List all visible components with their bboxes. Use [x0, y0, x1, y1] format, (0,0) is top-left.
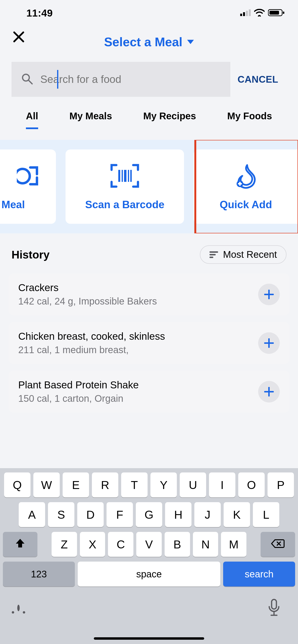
key-space[interactable]: space [78, 562, 220, 586]
backspace-icon [271, 538, 284, 551]
key-l[interactable]: L [253, 502, 279, 527]
food-name: Plant Based Protein Shake [18, 379, 139, 391]
quick-add-card[interactable]: Quick Add [194, 150, 298, 224]
food-sub: 150 cal, 1 carton, Orgain [18, 393, 139, 404]
sort-icon [209, 251, 218, 258]
keyboard-bottom-row [3, 591, 295, 618]
close-button[interactable] [12, 30, 26, 44]
key-c[interactable]: C [108, 532, 133, 557]
svg-rect-2 [246, 11, 248, 16]
key-e[interactable]: E [63, 472, 89, 498]
food-sub: 211 cal, 1 medium breast, [18, 344, 165, 355]
key-w[interactable]: W [33, 472, 60, 498]
key-z[interactable]: Z [52, 532, 77, 557]
key-row-2: A S D F G H J K L [3, 502, 295, 527]
tab-all[interactable]: All [26, 111, 38, 122]
scan-barcode-card[interactable]: Scan a Barcode [66, 150, 184, 224]
svg-point-11 [17, 169, 30, 183]
key-backspace[interactable] [261, 532, 295, 557]
flame-plus-icon [233, 163, 259, 189]
cancel-button[interactable]: CANCEL [238, 74, 278, 85]
tab-my-foods[interactable]: My Foods [227, 111, 272, 122]
svg-rect-16 [130, 170, 132, 182]
key-g[interactable]: G [136, 502, 162, 527]
key-row-4: 123 space search [3, 562, 295, 586]
sort-label: Most Recent [223, 249, 277, 260]
add-food-button[interactable] [258, 284, 280, 305]
plus-icon [264, 338, 274, 348]
key-search[interactable]: search [223, 562, 295, 586]
add-food-button[interactable] [258, 332, 280, 354]
tab-my-recipes[interactable]: My Recipes [143, 111, 196, 122]
key-row-1: Q W E R T Y U I O P [3, 472, 295, 498]
search-icon [21, 73, 33, 86]
key-y[interactable]: Y [151, 472, 177, 498]
action-cards[interactable]: Meal Scan a Barcode Quick Add [0, 140, 298, 233]
svg-rect-0 [240, 14, 242, 16]
key-d[interactable]: D [77, 502, 104, 527]
list-item[interactable]: Chicken breast, cooked, skinless 211 cal… [9, 322, 289, 364]
page-title-text: Select a Meal [104, 35, 183, 49]
key-u[interactable]: U [180, 472, 206, 498]
key-s[interactable]: S [48, 502, 74, 527]
list-item[interactable]: Plant Based Protein Shake 150 cal, 1 car… [9, 371, 289, 412]
svg-rect-19 [238, 183, 242, 184]
history-list[interactable]: Crackers 142 cal, 24 g, Impossible Baker… [0, 273, 298, 412]
key-shift[interactable] [3, 532, 37, 557]
status-icons [240, 9, 285, 18]
meal-selector-dropdown[interactable]: Select a Meal [104, 35, 194, 49]
svg-rect-6 [283, 12, 284, 14]
add-food-button[interactable] [258, 381, 280, 402]
key-j[interactable]: J [194, 502, 221, 527]
key-r[interactable]: R [92, 472, 118, 498]
key-h[interactable]: H [165, 502, 192, 527]
svg-rect-14 [124, 170, 126, 182]
key-m[interactable]: M [221, 532, 246, 557]
barcode-icon [109, 163, 140, 189]
keyboard[interactable]: Q W E R T Y U I O P A S D F G H J K L Z … [0, 468, 298, 644]
key-n[interactable]: N [193, 532, 218, 557]
dictation-button[interactable] [267, 598, 281, 618]
key-f[interactable]: F [106, 502, 133, 527]
key-q[interactable]: Q [4, 472, 31, 498]
tab-my-meals[interactable]: My Meals [69, 111, 112, 122]
scan-meal-card[interactable]: Meal [0, 150, 56, 224]
key-p[interactable]: P [267, 472, 294, 498]
list-item[interactable]: Crackers 142 cal, 24 g, Impossible Baker… [9, 273, 289, 315]
key-o[interactable]: O [238, 472, 265, 498]
search-field[interactable] [12, 62, 230, 97]
text-cursor [57, 70, 58, 89]
home-indicator[interactable] [94, 637, 204, 640]
key-a[interactable]: A [19, 502, 45, 527]
svg-rect-13 [122, 170, 123, 182]
key-i[interactable]: I [209, 472, 235, 498]
quick-add-label: Quick Add [220, 198, 272, 210]
shift-icon [15, 538, 26, 551]
emoji-icon [17, 605, 20, 611]
svg-rect-15 [128, 170, 129, 182]
emoji-button[interactable] [17, 606, 20, 610]
history-header: History Most Recent [0, 233, 298, 273]
search-input[interactable] [40, 73, 221, 85]
status-time: 11:49 [26, 8, 53, 19]
svg-rect-3 [249, 9, 251, 16]
key-v[interactable]: V [136, 532, 162, 557]
tabs: All My Meals My Recipes My Foods [0, 102, 298, 130]
key-123[interactable]: 123 [3, 562, 75, 586]
key-x[interactable]: X [80, 532, 105, 557]
cellular-icon [240, 9, 251, 17]
scan-meal-icon [17, 163, 38, 189]
search-row: CANCEL [0, 62, 298, 97]
food-name: Crackers [18, 282, 157, 294]
food-sub: 142 cal, 24 g, Impossible Bakers [18, 296, 157, 307]
header: Select a Meal [0, 26, 298, 58]
sort-dropdown[interactable]: Most Recent [200, 245, 286, 264]
svg-rect-1 [243, 12, 245, 16]
key-b[interactable]: B [165, 532, 190, 557]
key-k[interactable]: K [224, 502, 250, 527]
scan-barcode-label: Scan a Barcode [85, 198, 164, 210]
plus-icon [264, 290, 274, 299]
battery-icon [268, 9, 285, 18]
history-title: History [12, 248, 49, 261]
key-t[interactable]: T [121, 472, 147, 498]
